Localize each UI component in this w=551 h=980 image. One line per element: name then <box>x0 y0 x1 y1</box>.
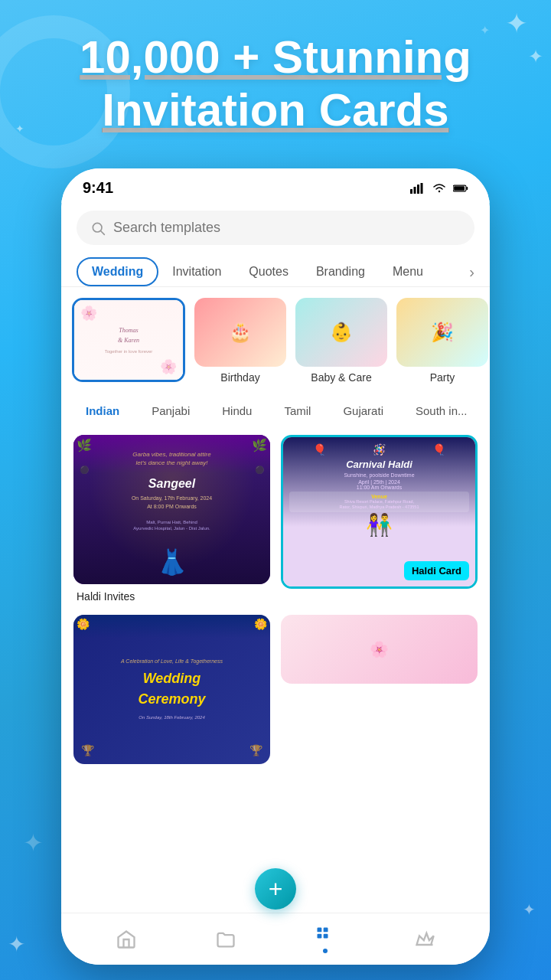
search-bar[interactable] <box>77 211 474 245</box>
nav-active-dot <box>323 949 328 953</box>
crown-icon <box>414 929 435 950</box>
ceremony-text-content: A Celebration of Love, Life & Togetherne… <box>115 652 229 728</box>
haldi-card-date: On Saturday, 17th February, 2024At 8:00 … <box>77 495 267 511</box>
baby-preview-content: 👶 <box>295 298 387 367</box>
wedding-ceremony-container[interactable]: 🌼 🌼 A Celebration of Love, Life & Togeth… <box>73 615 270 764</box>
region-filter-pills: Indian Panjabi Hindu Tamil Gujarati Sout… <box>61 394 490 427</box>
nav-folder[interactable] <box>215 929 236 950</box>
svg-rect-0 <box>410 189 412 194</box>
svg-rect-6 <box>454 186 465 190</box>
haldi-invites-card[interactable]: 🌿 🌿 Garba vibes, traditional attirelet's… <box>73 435 270 604</box>
tab-menu[interactable]: Menu <box>379 257 437 286</box>
svg-rect-10 <box>324 928 328 933</box>
party-template-preview: 🎉 <box>396 298 488 367</box>
wedding-ceremony-card: 🌼 🌼 A Celebration of Love, Life & Togeth… <box>73 615 270 764</box>
carnival-couple-icon: 👫 <box>289 514 469 536</box>
svg-line-8 <box>101 230 105 234</box>
pill-indian[interactable]: Indian <box>73 399 132 423</box>
tab-quotes[interactable]: Quotes <box>235 257 302 286</box>
wifi-icon <box>432 183 447 194</box>
haldi-card-venue: Malt, Purnai Hatt, BehindAyurvedic Hospi… <box>77 519 267 532</box>
hero-section: 10,000 + Stunning Invitation Cards <box>0 31 551 136</box>
ceremony-title: WeddingCeremony <box>121 668 223 710</box>
svg-rect-12 <box>324 934 328 939</box>
bottom-nav <box>61 913 490 965</box>
carnival-venue-detail: Shiva Resort Palace, Fatehpur Road,Rator… <box>293 499 465 510</box>
ceremony-visual: 🌼 🌼 A Celebration of Love, Life & Togeth… <box>73 615 270 764</box>
search-input[interactable] <box>113 220 461 236</box>
nav-crown[interactable] <box>414 929 435 950</box>
carnival-subtitle: Sunshine, poolside Downtime <box>289 472 469 479</box>
partial-card-container[interactable]: 🌸 <box>281 615 478 764</box>
tab-wedding[interactable]: Wedding <box>77 257 158 286</box>
fab-button[interactable]: + <box>255 868 296 910</box>
haldi-badge: Haldi Card <box>404 561 469 580</box>
tabs-chevron-icon[interactable]: › <box>469 263 474 281</box>
carnival-title: Carnival Haldi <box>289 459 469 470</box>
birthday-label: Birthday <box>220 371 259 384</box>
svg-rect-3 <box>421 183 423 194</box>
sparkle-large-bl: ✦ <box>23 828 44 858</box>
carnival-haldi-container[interactable]: 🎈 🪅 🎈 Carnival Haldi Sunshine, poolside … <box>281 435 478 604</box>
tab-invitation[interactable]: Invitation <box>158 257 235 286</box>
pill-hindu[interactable]: Hindu <box>210 399 264 423</box>
template-row: 🌸 🌸 Thomas& Karen Together in love forev… <box>61 287 490 394</box>
home-icon <box>116 929 137 950</box>
haldi-card-visual: 🌿 🌿 Garba vibes, traditional attirelet's… <box>73 435 270 584</box>
tab-branding[interactable]: Branding <box>302 257 379 286</box>
carnival-time: 11:00 Am Onwards <box>289 485 469 490</box>
partial-card-visual: 🌸 <box>281 615 478 684</box>
svg-rect-1 <box>414 187 416 194</box>
svg-rect-9 <box>318 928 322 933</box>
haldi-person-icon: 👗 <box>157 547 187 577</box>
svg-rect-5 <box>466 187 468 190</box>
svg-rect-2 <box>417 185 419 194</box>
carnival-venue-label: Venue <box>293 494 465 499</box>
nav-grid[interactable] <box>315 925 336 953</box>
birthday-preview-content: 🎂 <box>194 298 286 367</box>
signal-icon <box>410 183 425 194</box>
haldi-card-subtitle: Garba vibes, traditional attirelet's dan… <box>83 450 260 467</box>
template-card-baby[interactable]: 👶 Baby & Care <box>295 298 387 384</box>
wedding-template-preview: 🌸 🌸 Thomas& Karen Together in love forev… <box>72 298 185 382</box>
battery-icon <box>453 183 468 194</box>
haldi-invites-image: 🌿 🌿 Garba vibes, traditional attirelet's… <box>73 435 270 584</box>
carnival-venue-box: Venue Shiva Resort Palace, Fatehpur Road… <box>289 492 469 512</box>
hero-title-line1: 10,000 + Stunning <box>80 31 471 83</box>
birthday-template-preview: 🎂 <box>194 298 286 367</box>
baby-template-preview: 👶 <box>295 298 387 367</box>
search-icon <box>90 220 106 236</box>
cards-grid: 🌿 🌿 Garba vibes, traditional attirelet's… <box>61 427 490 772</box>
template-card-birthday[interactable]: 🎂 Birthday <box>194 298 286 384</box>
carnival-date: April | 25th | 2024 <box>289 479 469 485</box>
pill-gujarati[interactable]: Gujarati <box>331 399 396 423</box>
template-card-party[interactable]: 🎉 Party <box>396 298 488 384</box>
hero-title-line2: Invitation Cards <box>102 84 448 136</box>
party-preview-content: 🎉 <box>396 298 488 367</box>
pill-tamil[interactable]: Tamil <box>272 399 323 423</box>
carnival-haldi-card: 🎈 🪅 🎈 Carnival Haldi Sunshine, poolside … <box>281 435 478 589</box>
sparkle-decoration-br: ✦ <box>523 900 536 919</box>
phone-frame: 9:41 <box>61 168 490 965</box>
category-tabs: Wedding Invitation Quotes Branding Menu … <box>61 257 490 287</box>
pill-panjabi[interactable]: Panjabi <box>139 399 202 423</box>
status-time: 9:41 <box>83 179 113 197</box>
grid-icon <box>315 925 336 946</box>
status-icons <box>410 183 468 194</box>
partial-card: 🌸 <box>281 615 478 684</box>
hero-title: 10,000 + Stunning Invitation Cards <box>31 31 520 136</box>
template-card-wedding[interactable]: 🌸 🌸 Thomas& Karen Together in love forev… <box>72 298 185 384</box>
sparkle-decoration-bl: ✦ <box>8 932 25 957</box>
haldi-invites-label: Haldi Invites <box>73 584 270 604</box>
fab-icon: + <box>269 875 283 903</box>
baby-label: Baby & Care <box>311 371 371 384</box>
nav-home[interactable] <box>116 929 137 950</box>
status-bar: 9:41 <box>61 168 490 203</box>
pill-south-indian[interactable]: South in... <box>403 399 480 423</box>
wedding-preview-content: 🌸 🌸 Thomas& Karen Together in love forev… <box>74 300 183 380</box>
haldi-card-title: Sangeel <box>148 477 195 491</box>
party-label: Party <box>430 371 455 384</box>
svg-rect-11 <box>318 934 322 939</box>
folder-icon <box>215 929 236 950</box>
phone-content: 🌸 🌸 Thomas& Karen Together in love forev… <box>61 287 490 965</box>
